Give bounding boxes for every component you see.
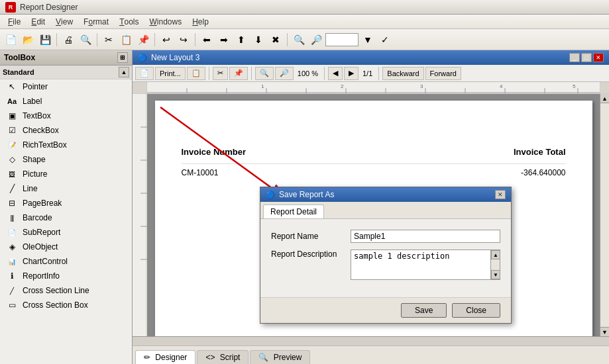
copy-button[interactable]: 📋 [118, 32, 134, 48]
preview-icon: 🔍 [258, 353, 268, 362]
menu-bar: File Edit View Format Tools Windows Help [0, 15, 609, 29]
richtextbox-icon: 📝 [5, 140, 19, 150]
scrollbar-track-v[interactable] [600, 103, 609, 327]
toolbox-collapse-button[interactable]: ⊞ [117, 52, 128, 63]
layout-tb-new[interactable]: 📄 [135, 67, 154, 80]
redo-button[interactable]: ↪ [176, 32, 192, 48]
scrollbar-down-button[interactable]: ▼ [491, 270, 500, 279]
new-button[interactable]: 📄 [3, 32, 19, 48]
report-name-row: Report Name [271, 230, 500, 243]
print-button[interactable]: 🖨 [60, 32, 76, 48]
forward-button[interactable]: Forward [425, 67, 461, 80]
toolbox-item-chartcontrol[interactable]: 📊 ChartControl [0, 254, 132, 269]
tab-script[interactable]: <> Script [197, 350, 249, 364]
paste-button[interactable]: 📌 [135, 32, 151, 48]
menu-format[interactable]: Format [78, 15, 114, 28]
menu-view[interactable]: View [50, 15, 78, 28]
toolbox-item-label[interactable]: Aa Label [0, 94, 132, 109]
toolbox-item-barcode[interactable]: ||| Barcode [0, 210, 132, 225]
toolbox-section-toggle[interactable]: ▲ [119, 67, 129, 77]
svg-text:1: 1 [261, 83, 264, 89]
backward-button[interactable]: Backward [382, 67, 423, 80]
layout-tb-copy[interactable]: 📋 [187, 67, 205, 80]
dialog-tab-report-detail[interactable]: Report Detail [263, 205, 324, 218]
menu-help[interactable]: Help [187, 15, 214, 28]
invoice-number-value: CM-10001 [182, 168, 219, 177]
layout-page-nav: 1/1 [360, 69, 375, 77]
scrollbar-up-button[interactable]: ▲ [491, 250, 500, 259]
close-button[interactable]: ✕ [593, 53, 604, 62]
dialog-save-button[interactable]: Save [401, 303, 447, 318]
app-title: Report Designer [20, 3, 78, 12]
delete-button[interactable]: ✖ [268, 32, 284, 48]
toolbox-item-richtextbox[interactable]: 📝 RichTextBox [0, 138, 132, 152]
align-right-button[interactable]: ➡ [216, 32, 232, 48]
toolbox-item-cross-section-line[interactable]: ╱ Cross Section Line [0, 283, 132, 298]
toolbox-item-checkbox[interactable]: ☑ CheckBox [0, 123, 132, 138]
open-button[interactable]: 📂 [20, 32, 36, 48]
main-toolbar: 📄 📂 💾 🖨 🔍 ✂ 📋 📌 ↩ ↪ ⬅ ➡ ⬆ ⬇ ✖ 🔍 🔎 100 ▼ … [0, 29, 609, 50]
toolbox-item-oleobject[interactable]: ◈ OleObject [0, 240, 132, 254]
toolbox-item-pagebreak[interactable]: ⊟ PageBreak [0, 196, 132, 210]
textarea-scrollbar: ▲ ▼ [491, 250, 500, 280]
preview-button[interactable]: 🔍 [78, 32, 93, 48]
horizontal-scrollbar[interactable] [133, 336, 609, 345]
layout-tb-paste[interactable]: 📌 [229, 67, 248, 80]
toolbox-label-barcode: Barcode [23, 213, 52, 222]
dialog-title-icon: 🔵 [266, 191, 275, 199]
zoom-input[interactable]: 100 [325, 33, 359, 46]
zoom-in-button[interactable]: 🔍 [291, 32, 307, 48]
canvas-area[interactable]: Invoice Number Invoice Total CM-10001 -3… [147, 94, 600, 336]
undo-button[interactable]: ↩ [158, 32, 174, 48]
report-name-input[interactable] [351, 230, 500, 243]
page-content: Invoice Number Invoice Total CM-10001 -3… [155, 101, 592, 195]
svg-text:2: 2 [341, 83, 344, 89]
menu-edit[interactable]: Edit [26, 15, 50, 28]
toolbox-item-line[interactable]: ╱ Line [0, 181, 132, 196]
restore-button[interactable]: □ [581, 53, 592, 62]
sub-window-icon: 🔵 [138, 54, 147, 62]
align-bottom-button[interactable]: ⬇ [250, 32, 266, 48]
dialog-close-button[interactable]: ✕ [495, 190, 506, 199]
minimize-button[interactable]: _ [569, 53, 580, 62]
layout-tb-next-page[interactable]: ▶ [344, 67, 359, 80]
layout-tb-cut[interactable]: ✂ [213, 67, 228, 80]
zoom-dropdown-button[interactable]: ▼ [360, 32, 376, 48]
menu-tools[interactable]: Tools [114, 15, 144, 28]
toolbox-label-cross-section-box: Cross Section Box [23, 300, 88, 310]
tab-preview[interactable]: 🔍 Preview [250, 350, 310, 364]
menu-windows[interactable]: Windows [144, 15, 187, 28]
toolbox-item-shape[interactable]: ◇ Shape [0, 152, 132, 167]
layout-zoom-value: 100 % [295, 69, 321, 77]
toolbox-item-pointer[interactable]: ↖ Pointer [0, 79, 132, 94]
scrollbar-down[interactable]: ▼ [600, 327, 609, 336]
save-report-dialog: 🔵 Save Report As ✕ Report Detail Report … [260, 187, 512, 324]
menu-file[interactable]: File [3, 15, 26, 28]
picture-icon: 🖼 [5, 169, 19, 179]
scrollbar-up[interactable]: ▲ [600, 94, 609, 103]
align-top-button[interactable]: ⬆ [233, 32, 249, 48]
report-desc-input[interactable]: sample 1 description [351, 250, 491, 280]
scrollbar-track[interactable] [491, 259, 500, 270]
layout-tb-zoom-in[interactable]: 🔎 [275, 67, 294, 80]
toolbox-item-subreport[interactable]: 📄 SubReport [0, 225, 132, 240]
toolbox-item-picture[interactable]: 🖼 Picture [0, 167, 132, 181]
toolbox-item-cross-section-box[interactable]: ▭ Cross Section Box [0, 298, 132, 312]
align-left-button[interactable]: ⬅ [199, 32, 215, 48]
barcode-icon: ||| [5, 212, 19, 223]
title-bar: R Report Designer [0, 0, 609, 15]
layout-tb-print[interactable]: Print... [155, 67, 186, 80]
cut-button[interactable]: ✂ [101, 32, 117, 48]
tab-designer[interactable]: ✏ Designer [135, 350, 195, 364]
svg-rect-18 [133, 94, 147, 336]
main-layout: ToolBox ⊞ Standard ▲ ↖ Pointer Aa Label … [0, 50, 609, 364]
dialog-close-btn[interactable]: Close [452, 303, 500, 318]
toolbox-item-textbox[interactable]: ▣ TextBox [0, 109, 132, 123]
toolbox-section-standard: Standard ▲ [0, 66, 132, 79]
zoom-out-button[interactable]: 🔎 [308, 32, 324, 48]
layout-tb-zoom-out[interactable]: 🔍 [255, 67, 274, 80]
toolbox-item-reportinfo[interactable]: ℹ ReportInfo [0, 269, 132, 283]
save-button[interactable]: 💾 [37, 32, 53, 48]
layout-tb-prev-page[interactable]: ◀ [328, 67, 343, 80]
zoom-apply-button[interactable]: ✓ [377, 32, 393, 48]
